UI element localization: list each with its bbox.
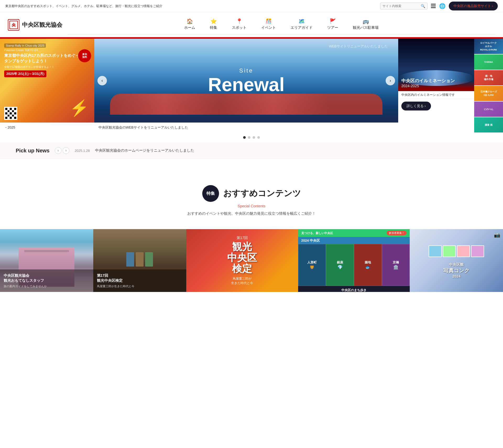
carousel-left-caption: －2025 <box>0 123 94 132</box>
carousel-center-panel: Site Renewal WEBサイトリニューアルいたしました ‹ › 中央区観… <box>94 39 398 132</box>
nav-item-area[interactable]: 🗺️ エリアガイド <box>283 15 320 34</box>
pokemon-banner-sub: 全部で17種類のポケモンが登場するよ！！ <box>4 65 90 69</box>
carousel-right-image: 中央区のイルミネーション 2024-2025 <box>398 39 474 91</box>
stamp-rally-badge: Stamp Rally in Chuo city 2025 <box>4 43 46 48</box>
pickup-date: 2025.1.28 <box>75 149 90 153</box>
card-photo-contest[interactable]: 📷 中央区観 写真コンク 2024 <box>410 229 503 292</box>
nav-item-home[interactable]: 🏠 ホーム <box>177 15 203 34</box>
pickup-news-bar: Pick up News ‹ › 2025.1.28 中央区観光協会のホームペー… <box>0 142 503 159</box>
ad-chikachi-text: 築・地場外市場 <box>483 73 494 82</box>
ad-ninoben-text: にのべん <box>483 107 494 112</box>
search-button[interactable]: 🔍 <box>421 4 425 8</box>
carousel-next-button[interactable]: › <box>386 76 395 85</box>
nav-label-area: エリアガイド <box>291 25 313 30</box>
carousel-dots <box>0 132 503 142</box>
qr-code-area <box>4 107 17 120</box>
detail-button[interactable]: 詳しく見る › <box>401 102 431 110</box>
carousel-left-panel: Stamp Rally in Chuo city 2025 Pokemon Ce… <box>0 39 94 132</box>
featured-header: 特集 おすすめコンテンツ <box>16 185 487 202</box>
carousel-left-image: Stamp Rally in Chuo city 2025 Pokemon Ce… <box>0 39 94 123</box>
ad-ninoben[interactable]: にのべん <box>474 102 503 117</box>
ad-hakunen[interactable]: 漂漆 画 <box>474 117 503 132</box>
area-icon: 🗺️ <box>298 18 305 24</box>
card-3-text: 第17回 観光中央区検定 蔦屋重三郎が生きた時代と今 <box>222 230 262 290</box>
card-3-image: 第17回 観光中央区検定 蔦屋重三郎が生きた時代と今 <box>186 229 298 292</box>
card-wakuwaku-tour[interactable]: 見つける、新しい中央区 参加者募集！ 2024 中央区 人形町 🦁 銀座 💎 築… <box>298 229 410 292</box>
cta-label: 中央区の逸品販売サイト <box>453 4 491 8</box>
card-5-image: 📷 中央区観 写真コンク 2024 <box>410 229 503 292</box>
features-icon: ⭐ <box>210 18 217 24</box>
carousel-right-caption: 中央区内のイルミネーション情報です <box>398 91 474 99</box>
ad-tabina[interactable]: TABINA <box>474 54 503 70</box>
carousel-right-caption-text: 中央区内のイルミネーション情報です <box>401 93 455 97</box>
ad-chikachi[interactable]: 築・地場外市場 <box>474 70 503 85</box>
top-bar-description: 東京都中央区のおすすめスポット、イベント、グルメ、ホテル、駐車場など、旅行・観光… <box>5 4 162 8</box>
pickup-next-button[interactable]: › <box>63 147 69 154</box>
card-tourism-staff[interactable]: 中央区観光協会観光おもてなしスタッフ 旅の案内ガイドをしてみませんか <box>0 229 93 292</box>
nav-item-features[interactable]: ⭐ 特集 <box>203 15 225 34</box>
tours-icon: 🚩 <box>330 18 336 24</box>
home-icon: 🏠 <box>187 18 193 24</box>
carousel-left-caption-text: －2025 <box>4 125 15 129</box>
illumination-title: 中央区のイルミネーション <box>401 78 455 84</box>
logo-icon: 央 <box>8 19 19 31</box>
renewal-text: Renewal <box>208 75 285 94</box>
section-spacer <box>0 159 503 175</box>
ad-nihon-text: 日本橋クルーズ1泊 3,050 <box>479 89 498 98</box>
nav-item-spots[interactable]: 📍 スポット <box>225 15 254 34</box>
illumination-year: 2024-2025 <box>401 84 455 88</box>
featured-title: おすすめコンテンツ <box>223 188 301 199</box>
logo[interactable]: 央 中央区観光協会 <box>8 19 62 31</box>
featured-description: おすすめのイベントや観光、中央区の魅力発見に役立つ情報を幅広くご紹介！ <box>16 211 487 216</box>
card-1-overlay: 中央区観光協会観光おもてなしスタッフ 旅の案内ガイドをしてみませんか <box>0 269 93 292</box>
dot-2[interactable] <box>248 136 250 139</box>
nav-item-bus[interactable]: 🚌 観光バス駐車場 <box>346 15 386 34</box>
language-button[interactable]: 🌐 <box>439 3 446 9</box>
pickup-nav: ‹ › <box>55 147 69 154</box>
card-1-sub: 旅の案内ガイドをしてみませんか <box>4 284 90 288</box>
site-text: Site <box>208 67 285 74</box>
pokemon-date: 2025年 2/1(土)～3/31(月) <box>4 70 46 77</box>
top-bar-right: 🔍 ☰ 🌐 中央区の逸品販売サイト › <box>380 2 498 10</box>
ads-sidebar: ロイヤルパークホテルROYAL☆PARK TABINA 築・地場外市場 日本橋ク… <box>474 39 503 132</box>
card-2-sub: 蔦屋重三郎が生きた時代と今 <box>97 284 183 288</box>
nav-item-tours[interactable]: 🚩 ツアー <box>320 15 346 34</box>
ad-tabina-text: TABINA <box>483 60 494 64</box>
ad-nihonbashi-cruise[interactable]: 日本橋クルーズ1泊 3,050 <box>474 86 503 101</box>
carousel-wrapper: Stamp Rally in Chuo city 2025 Pokemon Ce… <box>0 39 503 132</box>
card-4-image: 見つける、新しい中央区 参加者募集！ 2024 中央区 人形町 🦁 銀座 💎 築… <box>298 229 410 292</box>
carousel-center-caption-text: 中央区観光協会のWEBサイトをリニューアルいたしました <box>99 125 188 129</box>
featured-section: 特集 おすすめコンテンツ Special Contents おすすめのイベントや… <box>0 175 503 229</box>
cta-arrow: › <box>492 4 493 8</box>
illumination-label: 中央区のイルミネーション 2024-2025 <box>401 78 455 88</box>
pokemon-banner: Stamp Rally in Chuo city 2025 Pokemon Ce… <box>0 39 94 123</box>
featured-badge: 特集 <box>202 185 219 202</box>
nav-item-events[interactable]: 🎊 イベント <box>254 15 283 34</box>
search-input[interactable] <box>382 4 419 8</box>
cta-button[interactable]: 中央区の逸品販売サイト › <box>449 2 498 10</box>
nav-label-tours: ツアー <box>327 25 338 30</box>
header: 央 中央区観光協会 🏠 ホーム ⭐ 特集 📍 スポット 🎊 イベント 🗺️ エリ… <box>0 12 503 37</box>
card-tourism-exam[interactable]: 第17回観光中央区検定 蔦屋重三郎が生きた時代と今 <box>93 229 187 292</box>
featured-subtitle: Special Contents <box>16 204 487 208</box>
carousel-right-panel: 中央区のイルミネーション 2024-2025 中央区内のイルミネーション情報です… <box>398 39 474 132</box>
pickup-prev-button[interactable]: ‹ <box>55 147 62 154</box>
nav-label-home: ホーム <box>184 25 195 30</box>
card-2-overlay: 第17回観光中央区検定 蔦屋重三郎が生きた時代と今 <box>93 269 187 292</box>
pokemon-banner-main: 東京都中央区内17カ所のスポットをめぐってスタンプをゲットしよう！ <box>4 53 90 64</box>
pikachu-illustration: ⚡ <box>69 99 89 117</box>
renewal-overlay: Site Renewal <box>208 67 285 94</box>
carousel-prev-button[interactable]: ‹ <box>97 76 107 85</box>
ad-royal-park[interactable]: ロイヤルパークホテルROYAL☆PARK <box>474 39 503 54</box>
dot-1[interactable] <box>243 136 246 139</box>
pickup-label: Pick up News <box>16 148 50 154</box>
search-box[interactable]: 🔍 <box>380 3 428 9</box>
content-cards: 中央区観光協会観光おもてなしスタッフ 旅の案内ガイドをしてみませんか 第17回観… <box>0 229 503 292</box>
dot-3[interactable] <box>253 136 255 139</box>
ad-royal-text: ロイヤルパークホテルROYAL☆PARK <box>479 40 498 53</box>
menu-button[interactable]: ☰ <box>431 3 436 10</box>
svg-text:央: 央 <box>11 23 16 27</box>
card-kanko-kentei[interactable]: 第17回 観光中央区検定 蔦屋重三郎が生きた時代と今 <box>186 229 298 292</box>
carousel-center-image: Site Renewal WEBサイトリニューアルいたしました ‹ › <box>94 39 398 123</box>
dot-4[interactable] <box>257 136 260 139</box>
